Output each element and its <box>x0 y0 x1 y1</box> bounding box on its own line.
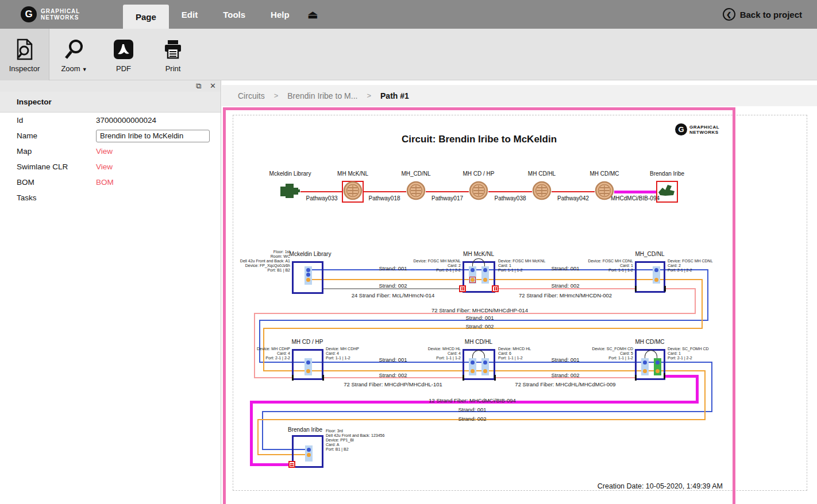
zoom-button[interactable]: Zoom▼ <box>49 29 99 80</box>
swimlane-view-link[interactable]: View <box>96 162 113 171</box>
manhole-icon[interactable] <box>343 181 363 203</box>
port-dot-blue[interactable] <box>306 360 310 365</box>
breadcrumb-circuits[interactable]: Circuits <box>238 91 265 100</box>
breadcrumb-circuit-name[interactable]: Brendin Iribe to M... <box>287 91 357 100</box>
port-dot-orange[interactable] <box>483 369 487 373</box>
menu-page[interactable]: Page <box>123 5 169 29</box>
node-annotation: Floor: 3rdDell 42u Front and Back: 12345… <box>326 429 384 452</box>
inspector-header: Inspector <box>0 92 221 113</box>
print-button[interactable]: Print <box>148 29 198 80</box>
map-view-link[interactable]: View <box>96 147 113 156</box>
manhole-icon[interactable] <box>406 181 426 203</box>
diagram-stage[interactable]: G GRAPHICAL NETWORKS Circuit: Brendin Ir… <box>221 106 817 504</box>
pathway-link-label: Pathway017 <box>431 195 463 201</box>
field-label-swimlane: Swimlane CLR <box>17 162 96 171</box>
figure-icon[interactable] <box>657 183 677 201</box>
port-dot-blue[interactable] <box>471 360 475 365</box>
strand-002-line[interactable] <box>257 419 259 456</box>
port-dot-orange[interactable] <box>306 278 310 282</box>
port-dot-orange[interactable] <box>483 278 487 282</box>
pathway-link-label: Pathway038 <box>494 195 526 201</box>
port-dot-orange[interactable] <box>643 369 647 373</box>
fiber-72-line-b[interactable] <box>255 377 292 378</box>
name-input[interactable] <box>96 130 210 142</box>
port-dot-blue[interactable] <box>471 268 475 272</box>
fiber-12-line[interactable] <box>665 375 697 378</box>
pathway-link-line[interactable] <box>363 191 406 192</box>
strand-001-line[interactable] <box>707 269 708 321</box>
node-annotation: Device: FOSC MH CDNLCard: 1Port: 1-1 | 1… <box>588 259 633 273</box>
pathway-link-line[interactable] <box>426 191 469 192</box>
splice-mark[interactable] <box>463 375 464 381</box>
port-dot-orange[interactable] <box>471 369 475 373</box>
pathway-link-line[interactable] <box>488 191 532 192</box>
port-dot-blue[interactable] <box>643 360 647 365</box>
port-dot-blue[interactable] <box>656 360 660 365</box>
port-dot-blue[interactable] <box>307 448 311 452</box>
strand-label: Strand: 001 <box>465 315 494 321</box>
strand-002-line[interactable] <box>702 279 703 329</box>
splice-mark[interactable] <box>635 286 637 292</box>
menu-edit[interactable]: Edit <box>169 0 210 29</box>
breadcrumb-strip <box>222 80 817 85</box>
splice-mark[interactable] <box>494 375 496 381</box>
overview-node-label: Brendan Iribe <box>650 170 684 177</box>
panel-close-icon[interactable]: ✕ <box>210 82 216 90</box>
fiber-72-line-b[interactable] <box>695 288 696 314</box>
strand-label: Strand: 001 <box>379 356 407 363</box>
splice-mark[interactable] <box>635 375 637 381</box>
fiber-72-line-b[interactable] <box>254 313 255 378</box>
zoom-caret-icon: ▼ <box>82 67 87 72</box>
pathway-link-line[interactable] <box>300 191 343 192</box>
pathway-link-line[interactable] <box>552 191 595 192</box>
port-dot-orange[interactable] <box>307 453 311 457</box>
splice-mark-selected[interactable] <box>492 285 499 292</box>
splice-mark[interactable] <box>322 375 324 381</box>
manhole-icon[interactable] <box>469 181 488 203</box>
pathway-link-line[interactable] <box>614 191 656 193</box>
port-dot-blue[interactable] <box>654 268 658 272</box>
fiber-label: 24 Strand Fiber: McL/MHmcN-014 <box>352 292 435 298</box>
overview-node-label: MH CD/MC <box>589 170 619 177</box>
fiber-12-line[interactable] <box>250 401 253 466</box>
strand-label: Strand: 001 <box>551 265 579 272</box>
fiber-12-line[interactable] <box>696 375 699 404</box>
inspector-body: Id 37000000000024 Name Map View Swimlane… <box>0 113 221 206</box>
port-dot-orange[interactable] <box>306 369 310 373</box>
node-annotation: Device: MHCD HLCard: 6Port: 1-1 | 1-2 <box>498 347 531 360</box>
bom-link[interactable]: BOM <box>96 178 114 187</box>
manhole-icon[interactable] <box>532 181 552 203</box>
splice-mark-selected[interactable] <box>459 285 466 292</box>
manhole-icon[interactable] <box>595 181 614 203</box>
fiber-12-line[interactable] <box>251 463 292 466</box>
strand-001-line[interactable] <box>711 362 712 412</box>
pdf-button[interactable]: PDF <box>99 29 148 80</box>
inspector-button[interactable]: Inspector <box>0 29 49 80</box>
back-to-project-button[interactable]: ❮ Back to project <box>723 0 802 29</box>
menu-help[interactable]: Help <box>258 0 302 29</box>
menu-tabs: Page Edit Tools Help <box>123 0 302 29</box>
port-dot-blue[interactable] <box>306 273 310 277</box>
panel-popout-icon[interactable]: ⧉ <box>196 82 201 90</box>
port-dot-blue[interactable] <box>306 268 310 272</box>
splice-mark[interactable] <box>664 373 665 379</box>
splice-mark[interactable] <box>292 375 294 381</box>
strand-001-line[interactable] <box>262 411 263 450</box>
strand-002-line[interactable] <box>704 370 706 421</box>
logo-circle-icon: G <box>21 6 37 22</box>
splice-mark-selected[interactable] <box>288 461 295 468</box>
strand-001-line[interactable] <box>263 411 712 412</box>
port-dot-blue[interactable] <box>483 360 487 365</box>
menu-tools[interactable]: Tools <box>210 0 258 29</box>
building-icon[interactable] <box>279 181 301 202</box>
port-dot-orange[interactable] <box>656 369 660 373</box>
port-dot-orange[interactable] <box>654 278 658 282</box>
port-dot-blue[interactable] <box>483 268 487 272</box>
fiber-72-line-b[interactable] <box>665 288 695 289</box>
pdf-button-label: PDF <box>116 64 131 73</box>
breadcrumb-path: Path #1 <box>380 91 409 100</box>
eject-icon[interactable]: ⏏ <box>308 8 318 21</box>
breadcrumb-separator: > <box>367 91 371 100</box>
node-box-mh-cd-nl[interactable] <box>635 261 665 293</box>
splice-mark[interactable] <box>664 286 666 292</box>
